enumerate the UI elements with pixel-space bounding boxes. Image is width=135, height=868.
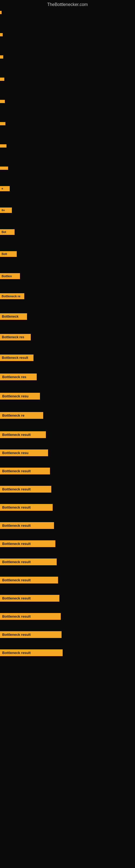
list-item [0, 100, 135, 103]
list-item: Bottleneck re [0, 293, 135, 299]
site-title: TheBottlenecker.com [0, 0, 135, 8]
bottleneck-label: Bottleneck res [0, 373, 37, 380]
list-item: Bottleneck result [0, 613, 135, 620]
bottleneck-label: Bottleneck result [0, 504, 53, 511]
bottleneck-label: Bottleneck result [0, 486, 51, 493]
list-item: Bottleneck resu [0, 450, 135, 456]
bottleneck-label: Bot [0, 229, 14, 235]
bottleneck-label: Bottleneck res [0, 334, 31, 340]
bottleneck-label [0, 122, 5, 125]
bottleneck-label: Bottleneck result [0, 631, 61, 638]
list-item: Bottleneck result [0, 431, 135, 438]
bottleneck-label: Bottleneck result [0, 595, 59, 601]
bottleneck-label: Bottleneck [0, 313, 27, 320]
list-item: Bottleneck result [0, 504, 135, 511]
bottleneck-label: Bottleneck result [0, 354, 34, 361]
list-item [0, 55, 135, 59]
bottleneck-label [0, 33, 3, 36]
bottleneck-label: Bottleneck result [0, 431, 46, 438]
list-item: Bottleneck result [0, 486, 135, 493]
list-item: Bottleneck result [0, 558, 135, 565]
list-item: Bott [0, 251, 135, 257]
list-item: Bottleneck result [0, 540, 135, 547]
list-item: Bottlen [0, 273, 135, 279]
list-item [0, 11, 135, 14]
bottleneck-label [0, 166, 8, 170]
list-item: Bot [0, 229, 135, 235]
bottleneck-label: Bottleneck result [0, 649, 63, 656]
list-item: Bottleneck result [0, 649, 135, 656]
bottleneck-label [0, 11, 2, 14]
bottleneck-label: Bottleneck result [0, 522, 54, 529]
bottleneck-label: Bottleneck result [0, 540, 55, 547]
list-item [0, 33, 135, 36]
bottleneck-label [0, 78, 4, 81]
bottleneck-label: Bottleneck resu [0, 393, 40, 400]
list-item: Bottleneck result [0, 595, 135, 601]
list-item: Bottleneck res [0, 373, 135, 380]
bottleneck-label: Bo [0, 208, 12, 213]
list-item: Bottleneck result [0, 522, 135, 529]
list-item: Bo [0, 208, 135, 213]
list-item: Bottleneck result [0, 354, 135, 361]
bottleneck-label: Bottleneck resu [0, 450, 48, 456]
bottleneck-label [0, 55, 3, 59]
main-container: BBoBotBottBottlenBottleneck reBottleneck… [0, 8, 135, 670]
list-item: Bottleneck result [0, 468, 135, 474]
list-item [0, 166, 135, 170]
list-item: Bottleneck re [0, 412, 135, 419]
bottleneck-label [0, 144, 6, 148]
bottleneck-label: Bottleneck result [0, 577, 58, 584]
list-item [0, 78, 135, 81]
list-item [0, 122, 135, 125]
list-item: Bottleneck result [0, 631, 135, 638]
bottleneck-label: Bottleneck result [0, 613, 61, 620]
bottleneck-label: Bottleneck re [0, 293, 24, 299]
list-item: Bottleneck result [0, 577, 135, 584]
bottleneck-label: Bottleneck result [0, 558, 57, 565]
list-item: Bottleneck resu [0, 393, 135, 400]
bottleneck-label: B [0, 186, 10, 191]
list-item: B [0, 186, 135, 191]
bottleneck-label: Bottlen [0, 273, 20, 279]
bottleneck-label: Bott [0, 251, 17, 257]
list-item: Bottleneck res [0, 334, 135, 340]
bottleneck-label [0, 100, 5, 103]
bottleneck-label: Bottleneck result [0, 468, 50, 474]
list-item: Bottleneck [0, 313, 135, 320]
list-item [0, 144, 135, 148]
bottleneck-label: Bottleneck re [0, 412, 43, 419]
